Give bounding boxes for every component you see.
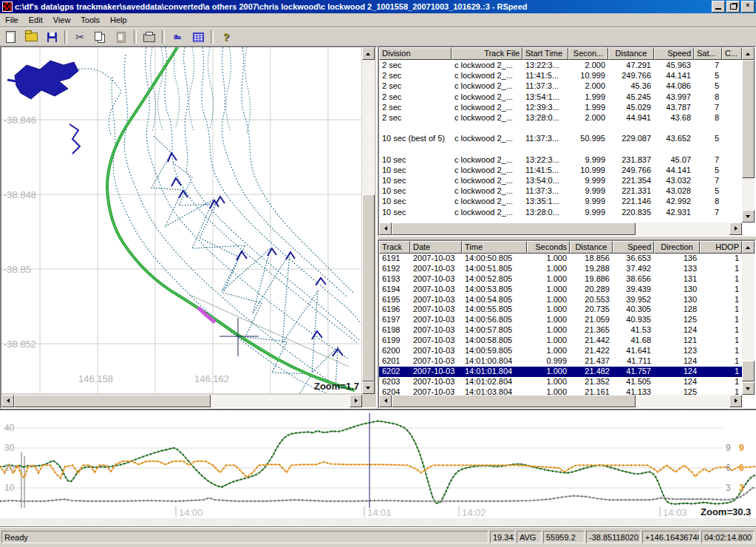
table-row[interactable] [379, 144, 755, 154]
table-row[interactable]: 10 secc lockwood 2_...13:54:0...9.999221… [379, 175, 755, 186]
table-cell: 12:39:3... [522, 102, 568, 112]
table-row[interactable]: 10 sec (best of 5)c lockwood 2_...11:37:… [379, 133, 755, 143]
print-button[interactable] [140, 28, 159, 46]
column-header-speed[interactable]: Speed [613, 241, 654, 254]
column-header-trackfile[interactable]: Track File [452, 47, 522, 60]
scroll-up-button[interactable] [742, 47, 755, 60]
table-row[interactable]: 2 secc lockwood 2_...13:22:3...2.00047.2… [379, 60, 755, 70]
hscroll-thumb[interactable] [392, 222, 636, 235]
close-button[interactable]: × [741, 1, 755, 13]
table-cell: 21.442 [570, 336, 613, 346]
table-row[interactable]: 62012007-10-0314:01:00.8040.99921.43741.… [379, 356, 755, 367]
table-cell [654, 123, 694, 133]
table-row[interactable]: 61942007-10-0314:00:53.8051.00020.28939.… [379, 285, 755, 295]
table-cell: 47.291 [608, 60, 654, 70]
table-row[interactable]: 61912007-10-0314:00:50.8051.00018.85636.… [379, 254, 755, 264]
column-header-time[interactable]: Time [462, 241, 527, 254]
table-row[interactable]: 61922007-10-0314:00:51.8051.00019.28837.… [379, 264, 755, 274]
table-row[interactable] [379, 123, 755, 133]
scroll-left-button[interactable] [379, 395, 392, 407]
map-view[interactable]: -38.846 -38.848 -38.85 -38.852 146.158 1… [1, 47, 361, 393]
vscroll-thumb[interactable] [742, 361, 755, 381]
table-row[interactable]: 10 secc lockwood 2_...11:37:3...9.999221… [379, 186, 755, 196]
scroll-right-button[interactable] [350, 395, 362, 407]
minimize-button[interactable] [712, 1, 725, 13]
column-header-starttime[interactable]: Start Time [522, 47, 568, 60]
column-header-distance[interactable]: Distance [608, 47, 654, 60]
save-button[interactable] [42, 28, 61, 46]
column-header-sat[interactable]: Sat... [694, 47, 722, 60]
table-row[interactable]: 10 secc lockwood 2_...13:28:0...9.999220… [379, 207, 755, 217]
table-cell: 36.653 [613, 254, 654, 264]
table-row[interactable]: 61982007-10-0314:00:57.8051.00021.36541.… [379, 325, 755, 336]
open-button[interactable] [21, 28, 41, 46]
scroll-right-button[interactable] [729, 222, 742, 235]
table-cell: 133 [654, 264, 700, 274]
column-header-seconds[interactable]: Seconds [527, 241, 570, 254]
copy-button[interactable] [91, 28, 110, 46]
grid-button[interactable] [188, 28, 208, 46]
vscroll-thumb[interactable] [362, 194, 375, 381]
scroll-down-button[interactable] [362, 381, 375, 394]
hscroll-thumb[interactable] [14, 395, 211, 407]
help-button[interactable]: ? [217, 28, 236, 46]
paste-button[interactable] [112, 28, 131, 46]
column-header-c[interactable]: C... [722, 47, 742, 60]
column-header-direction[interactable]: Direction [654, 241, 700, 254]
scroll-left-button[interactable] [1, 395, 14, 407]
menu-file[interactable]: File [0, 14, 24, 26]
table-row[interactable]: 61972007-10-0314:00:56.8051.00021.05940.… [379, 315, 755, 325]
column-header-distance[interactable]: Distance [570, 241, 613, 254]
table-cell: 1 [700, 295, 742, 305]
menu-edit[interactable]: Edit [24, 14, 48, 26]
table-row[interactable]: 61992007-10-0314:00:58.8051.00021.44241.… [379, 336, 755, 346]
menu-tools[interactable]: Tools [75, 14, 105, 26]
scroll-right-button[interactable] [729, 395, 742, 407]
column-header-track[interactable]: Track [379, 241, 410, 254]
table-row[interactable]: 61952007-10-0314:00:54.8051.00020.55339.… [379, 295, 755, 305]
table-row[interactable]: 10 secc lockwood 2_...11:41:5...10.99924… [379, 165, 755, 175]
table-cell: c lockwood 2_... [452, 196, 522, 206]
table-row[interactable]: 62032007-10-0314:01:02.8041.00021.35241.… [379, 377, 755, 387]
table-cell [722, 144, 742, 154]
hscroll-thumb[interactable] [392, 395, 636, 407]
y-axis-left-label: 40 [4, 423, 14, 433]
cut-button[interactable]: ✂ [70, 28, 89, 46]
table-row[interactable]: 2 secc lockwood 2_...13:28:0...2.00044.9… [379, 112, 755, 123]
table-row[interactable]: 2 secc lockwood 2_...12:39:3...1.99945.0… [379, 102, 755, 112]
table-row[interactable]: 2 secc lockwood 2_...11:41:5...10.999249… [379, 70, 755, 81]
table-row[interactable]: 61932007-10-0314:00:52.8051.00019.88638.… [379, 274, 755, 285]
table-row[interactable]: 2 secc lockwood 2_...11:37:3...2.00045.3… [379, 81, 755, 91]
menu-help[interactable]: Help [105, 14, 132, 26]
table-cell: 43.652 [654, 133, 694, 143]
restore-button[interactable] [726, 1, 740, 13]
column-header-hdop[interactable]: HDOP [700, 241, 742, 254]
table-row[interactable]: 62022007-10-0314:01:01.8041.00021.48241.… [379, 367, 755, 377]
column-header-secon[interactable]: Secon... [568, 47, 608, 60]
scroll-down-button[interactable] [742, 382, 755, 395]
vscroll-thumb[interactable] [742, 60, 755, 178]
scroll-up-button[interactable] [362, 47, 375, 60]
menu-view[interactable]: View [48, 14, 76, 26]
scroll-left-button[interactable] [379, 222, 392, 235]
scroll-down-button[interactable] [742, 210, 755, 222]
table-cell [722, 60, 742, 70]
table-row[interactable]: 62002007-10-0314:00:59.8051.00021.42241.… [379, 346, 755, 356]
column-header-date[interactable]: Date [410, 241, 462, 254]
toolbar-separator [162, 30, 165, 44]
table-row[interactable]: 2 secc lockwood 2_...13:54:1...1.99945.2… [379, 92, 755, 102]
column-header-speed[interactable]: Speed [654, 47, 694, 60]
scroll-up-button[interactable] [742, 241, 755, 254]
table-row[interactable]: 10 secc lockwood 2_...13:22:3...9.999231… [379, 154, 755, 165]
title-bar[interactable]: c:\df's data\gps trackmaker\saveddata\co… [0, 0, 756, 13]
speed-chart-panel[interactable]: 4030201099663314:0014:0114:0214:03 Zoom=… [0, 409, 756, 526]
x-axis-time-label: 14:03 [663, 507, 687, 518]
table-cell: 1.000 [527, 346, 570, 356]
table-row[interactable]: 61962007-10-0314:00:55.8051.00020.73540.… [379, 305, 755, 315]
column-header-division[interactable]: Division [379, 47, 452, 60]
new-document-button[interactable] [1, 28, 20, 46]
table-row[interactable]: 10 secc lockwood 2_...13:35:1...9.999221… [379, 196, 755, 206]
character-format-button[interactable]: aa [168, 28, 187, 46]
table-cell: 20.553 [570, 295, 613, 305]
toolbar-separator [64, 30, 67, 44]
